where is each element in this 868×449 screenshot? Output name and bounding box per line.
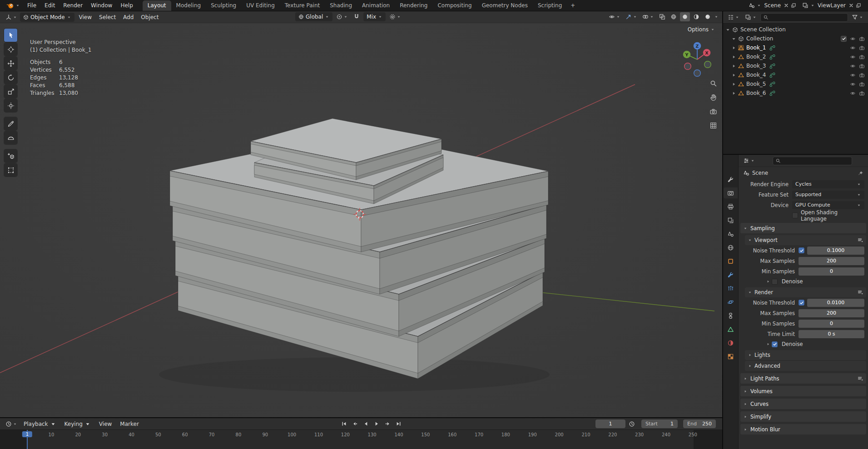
snap-settings-dropdown[interactable]: Mix	[363, 12, 386, 21]
workspace-tab-animation[interactable]: Animation	[357, 0, 395, 11]
workspace-tab-compositing[interactable]: Compositing	[432, 0, 476, 11]
tool-select-box[interactable]	[4, 29, 17, 42]
timeline-editor-type-button[interactable]	[4, 419, 19, 429]
timeline-menu-keying[interactable]: Keying	[61, 419, 94, 429]
field-max-samples[interactable]: 200	[799, 257, 864, 265]
properties-tab-view-layer[interactable]	[724, 215, 738, 226]
axis-minus-z-ball[interactable]	[694, 70, 701, 77]
proportional-editing-dropdown[interactable]	[387, 12, 403, 21]
playback-sync-icon[interactable]	[629, 420, 635, 427]
unlink-scene-icon[interactable]	[784, 3, 789, 8]
orthographic-grid-icon[interactable]	[709, 121, 717, 129]
viewport-options-dropdown[interactable]: Options	[688, 26, 715, 33]
tool-annotate[interactable]	[4, 117, 17, 130]
timeline-menu-marker[interactable]: Marker	[116, 419, 142, 429]
outliner-editor-type-button[interactable]	[726, 13, 741, 22]
object-type-visibility-dropdown[interactable]	[607, 12, 622, 21]
properties-editor-type-button[interactable]	[741, 156, 757, 165]
hide-viewport-icon[interactable]	[850, 54, 856, 60]
hide-viewport-icon[interactable]	[850, 81, 856, 87]
menu-render[interactable]: Render	[59, 1, 87, 10]
next-keyframe-button[interactable]	[382, 419, 392, 428]
workspace-tab-shading[interactable]: Shading	[325, 0, 357, 11]
field-time-limit[interactable]: 0 s	[799, 330, 864, 338]
unlink-viewlayer-icon[interactable]	[848, 3, 854, 8]
snap-toggle[interactable]	[352, 12, 362, 21]
outliner-item-scene-collection[interactable]: Scene Collection	[723, 25, 868, 34]
hide-viewport-icon[interactable]	[850, 44, 856, 51]
field-min-samples[interactable]: 0	[799, 320, 864, 328]
properties-tab-scene[interactable]	[724, 228, 738, 239]
shading-material-button[interactable]	[691, 12, 701, 21]
properties-tab-render[interactable]	[724, 187, 738, 198]
section-light-paths[interactable]: Light Paths	[740, 373, 866, 384]
workspace-tab-uv-editing[interactable]: UV Editing	[241, 0, 280, 11]
add-workspace-button[interactable]: +	[567, 1, 579, 10]
mode-dropdown[interactable]: Object Mode	[20, 13, 74, 22]
show-gizmo-dropdown[interactable]	[624, 12, 639, 21]
section-sampling[interactable]: Sampling	[740, 223, 866, 233]
new-viewlayer-icon[interactable]	[856, 3, 861, 8]
expand-icon[interactable]	[725, 27, 731, 33]
viewport-menu-select[interactable]: Select	[95, 13, 119, 22]
new-scene-icon[interactable]	[791, 3, 796, 8]
section-volumes[interactable]: Volumes	[740, 386, 866, 396]
pin-icon[interactable]	[858, 170, 863, 176]
presets-icon[interactable]	[857, 237, 863, 243]
viewport-menu-object[interactable]: Object	[137, 13, 162, 22]
menu-edit[interactable]: Edit	[40, 1, 59, 10]
section-motion-blur[interactable]: Motion Blur	[740, 424, 866, 434]
workspace-tab-modeling[interactable]: Modeling	[171, 0, 206, 11]
workspace-tab-scripting[interactable]: Scripting	[533, 0, 567, 11]
viewport-denoise-row[interactable]: Denoise	[739, 276, 868, 286]
subsection-lights[interactable]: Lights	[745, 350, 866, 360]
properties-tab-object[interactable]	[724, 256, 738, 266]
frame-start-field[interactable]: Start1	[641, 419, 678, 428]
collection-checkbox[interactable]	[841, 36, 847, 42]
section-simplify[interactable]: Simplify	[740, 411, 866, 422]
viewlayer-selector[interactable]: ViewLayer	[800, 1, 863, 10]
hide-viewport-icon[interactable]	[850, 63, 856, 69]
osl-checkbox[interactable]	[792, 212, 798, 218]
properties-tab-object-data[interactable]	[724, 324, 738, 335]
tool-move[interactable]	[4, 57, 17, 70]
viewport-denoise-checkbox[interactable]	[772, 279, 778, 285]
viewport-canvas[interactable]: Z X Y	[0, 11, 722, 417]
disable-render-icon[interactable]	[859, 81, 865, 87]
expand-icon[interactable]	[731, 72, 737, 78]
viewport-menu-add[interactable]: Add	[119, 13, 137, 22]
presets-icon[interactable]	[857, 289, 863, 296]
tool-rotate[interactable]	[4, 71, 17, 84]
render-denoise-row[interactable]: Denoise	[739, 339, 868, 349]
expand-icon[interactable]	[731, 81, 737, 87]
presets-icon[interactable]	[857, 375, 863, 382]
transform-orientation-dropdown[interactable]: Global	[295, 12, 332, 21]
menu-file[interactable]: File	[23, 1, 40, 10]
axis-minus-y-ball[interactable]	[704, 61, 711, 68]
shading-rendered-button[interactable]	[703, 12, 713, 21]
timeline-menu-view[interactable]: View	[95, 419, 115, 429]
current-frame-badge[interactable]: 1	[22, 431, 32, 437]
play-button[interactable]	[372, 419, 382, 428]
properties-tab-texture[interactable]	[724, 351, 738, 362]
outliner-display-mode-dropdown[interactable]	[743, 13, 759, 22]
workspace-tab-geometry-nodes[interactable]: Geometry Nodes	[477, 0, 533, 11]
previous-keyframe-button[interactable]	[350, 419, 360, 428]
feature-set-dropdown[interactable]: Supported	[792, 191, 864, 199]
menu-help[interactable]: Help	[116, 1, 137, 10]
tool-scale-cage[interactable]	[4, 163, 17, 177]
subsection-render[interactable]: Render	[745, 287, 866, 297]
current-frame-field[interactable]: 1	[595, 419, 625, 428]
shading-wireframe-button[interactable]	[669, 12, 679, 21]
properties-tab-modifiers[interactable]	[724, 269, 738, 280]
expand-icon[interactable]	[731, 90, 737, 96]
show-overlays-dropdown[interactable]	[640, 12, 656, 21]
disable-render-icon[interactable]	[859, 35, 865, 42]
properties-tab-constraints[interactable]	[724, 310, 738, 321]
hide-viewport-icon[interactable]	[850, 35, 856, 42]
tool-scale[interactable]	[4, 85, 17, 98]
field-max-samples[interactable]: 200	[799, 309, 864, 317]
hide-viewport-icon[interactable]	[850, 72, 856, 78]
zoom-icon[interactable]	[709, 79, 717, 87]
properties-tab-world[interactable]	[724, 242, 738, 253]
